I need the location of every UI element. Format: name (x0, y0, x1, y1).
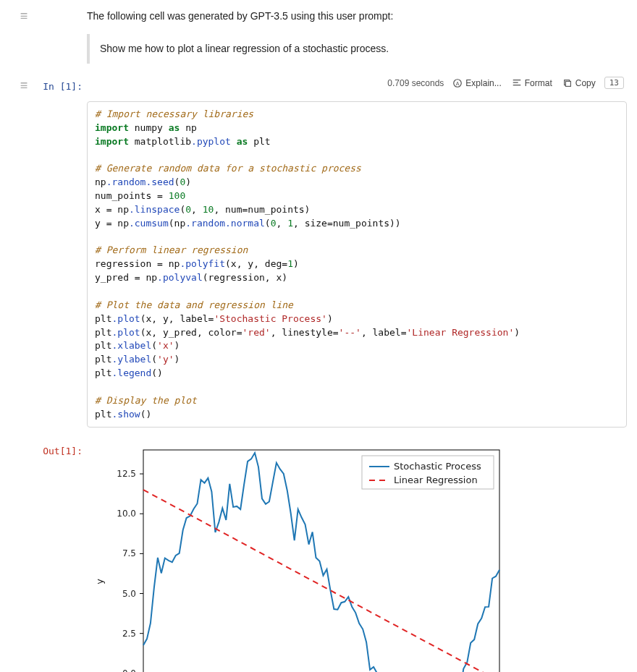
matplotlib-figure: 0246810-2.50.02.55.07.510.012.5yStochast… (87, 446, 514, 672)
svg-text:Linear Regression: Linear Regression (394, 475, 478, 485)
input-prompt: In [1]: (38, 77, 87, 92)
svg-text:A: A (456, 80, 460, 85)
ai-icon: A (452, 78, 463, 88)
empty-prompt (38, 7, 87, 12)
cell-gutter (10, 77, 38, 92)
markdown-cell: The following cell was generated by GPT-… (10, 7, 627, 72)
notebook: The following cell was generated by GPT-… (0, 0, 637, 672)
explain-label: Explain... (465, 78, 501, 88)
svg-text:7.5: 7.5 (122, 549, 136, 559)
drag-handle-icon[interactable] (18, 10, 30, 22)
svg-text:Stochastic Process: Stochastic Process (394, 461, 481, 472)
format-button[interactable]: Format (510, 78, 554, 88)
cell-gutter (10, 441, 38, 444)
copy-icon (562, 78, 573, 88)
cell-gutter (10, 7, 38, 22)
svg-line-32 (143, 490, 499, 672)
explain-button[interactable]: A Explain... (451, 78, 502, 88)
svg-text:10.0: 10.0 (117, 509, 136, 519)
markdown-intro: The following cell was generated by GPT-… (87, 7, 627, 28)
svg-text:12.5: 12.5 (117, 469, 136, 479)
format-icon (512, 78, 522, 88)
markdown-body: The following cell was generated by GPT-… (87, 7, 627, 72)
exec-seconds: 0.709 seconds (387, 78, 444, 88)
code-body: 0.709 seconds A Explain... Format Copy 1… (87, 77, 627, 437)
drag-handle-icon[interactable] (18, 80, 30, 91)
svg-rect-3 (565, 81, 570, 86)
svg-text:5.0: 5.0 (122, 589, 136, 599)
format-label: Format (525, 78, 552, 88)
svg-text:0.0: 0.0 (122, 668, 136, 672)
code-cell: In [1]: 0.709 seconds A Explain... Forma… (10, 77, 627, 437)
exec-count-badge: 13 (604, 77, 624, 89)
output-prompt: Out[1]: (38, 441, 87, 456)
code-toolbar: 0.709 seconds A Explain... Format Copy 1… (87, 77, 627, 92)
markdown-quote: Show me how to plot a linear regression … (87, 34, 627, 64)
copy-button[interactable]: Copy (561, 78, 597, 88)
svg-text:y: y (94, 579, 105, 584)
plot-output: 0246810-2.50.02.55.07.510.012.5yStochast… (87, 441, 627, 672)
svg-text:2.5: 2.5 (122, 629, 136, 639)
copy-label: Copy (575, 78, 596, 88)
output-cell: Out[1]: 0246810-2.50.02.55.07.510.012.5y… (10, 441, 627, 672)
code-editor[interactable]: # Import necessary libraries import nump… (87, 101, 627, 428)
